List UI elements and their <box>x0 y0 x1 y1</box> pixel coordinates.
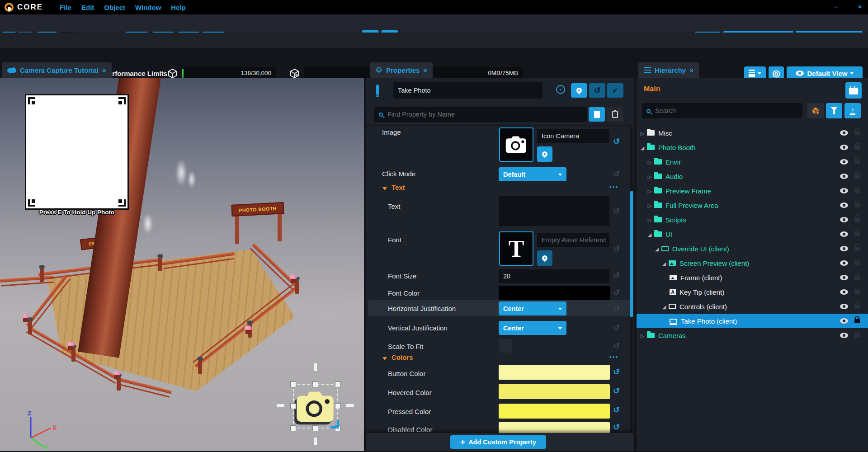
reset-text-button[interactable] <box>613 206 620 216</box>
vertical-justification-dropdown[interactable]: Center <box>499 321 566 335</box>
visibility-eye-icon[interactable] <box>840 159 848 165</box>
tree-item-ui[interactable]: UI <box>637 227 868 241</box>
click-mode-dropdown[interactable]: Default <box>499 167 566 181</box>
menu-window[interactable]: Window <box>135 4 161 11</box>
tree-item-preview-frame[interactable]: Preview Frame <box>637 184 868 198</box>
confirm-name-button[interactable] <box>607 83 623 98</box>
visibility-eye-icon[interactable] <box>840 333 848 338</box>
hierarchy-search-input[interactable] <box>655 104 798 118</box>
expand-arrow-icon[interactable] <box>646 158 653 166</box>
lock-icon[interactable] <box>854 131 860 135</box>
scale-to-fit-checkbox[interactable] <box>499 339 512 353</box>
lock-icon[interactable] <box>854 203 860 207</box>
section-collapse-arrow[interactable] <box>382 357 387 363</box>
visibility-eye-icon[interactable] <box>840 275 848 280</box>
hierarchy-tab-close[interactable]: × <box>689 66 693 74</box>
tree-item-take-photo[interactable]: Take Photo (client) <box>637 314 868 328</box>
text-value-input[interactable] <box>499 196 609 226</box>
horizontal-justification-dropdown[interactable]: Center <box>499 301 566 315</box>
reset-scale-to-fit-button[interactable] <box>613 341 620 351</box>
revert-name-button[interactable] <box>589 83 605 98</box>
hierarchy-search[interactable] <box>642 103 802 118</box>
font-color-swatch[interactable] <box>499 286 610 301</box>
expand-arrow-icon[interactable] <box>639 129 646 137</box>
section-menu-icon[interactable] <box>609 356 611 358</box>
expand-arrow-icon[interactable] <box>639 331 646 339</box>
resize-handle[interactable] <box>291 426 296 431</box>
tree-item-audio[interactable]: Audio <box>637 169 868 184</box>
lock-icon[interactable] <box>854 247 860 251</box>
tree-item-controls[interactable]: Controls (client) <box>637 299 868 314</box>
reset-font-size-button[interactable] <box>613 270 620 280</box>
tree-item-frame[interactable]: Frame (client) <box>637 270 868 285</box>
resize-handle[interactable] <box>313 426 318 431</box>
visibility-eye-icon[interactable] <box>840 318 848 324</box>
lock-icon[interactable] <box>854 218 860 222</box>
expand-arrow-icon[interactable] <box>646 187 653 195</box>
lock-icon[interactable] <box>854 319 860 323</box>
menu-edit[interactable]: Edit <box>81 4 94 11</box>
paste-properties-button[interactable] <box>607 107 623 122</box>
close-window-button[interactable]: × <box>854 3 865 10</box>
viewport-tab-close[interactable]: × <box>102 66 106 74</box>
scene-viewport[interactable]: EW PHOTO PHOTO BOOTH Press E To Hold Up … <box>0 78 364 451</box>
image-asset-field[interactable]: Icon Camera <box>537 129 609 143</box>
visibility-eye-icon[interactable] <box>840 145 848 150</box>
tree-item-cameras[interactable]: Cameras <box>637 328 868 343</box>
visibility-eye-icon[interactable] <box>840 202 848 208</box>
scene-capture-button[interactable] <box>845 82 862 99</box>
tree-item-scripts[interactable]: Scripts <box>637 212 868 227</box>
collapse-arrow-icon[interactable] <box>646 230 653 238</box>
lock-icon[interactable] <box>854 189 860 193</box>
expand-arrow-icon[interactable] <box>646 216 653 224</box>
property-search[interactable] <box>374 107 587 122</box>
pressed-color-swatch[interactable] <box>499 404 610 419</box>
lock-icon[interactable] <box>854 290 860 294</box>
export-button[interactable]: ↑ <box>844 103 861 118</box>
lock-icon[interactable] <box>854 276 860 280</box>
font-asset-field[interactable]: Empty Asset Referenc <box>537 233 609 247</box>
collapse-arrow-icon[interactable] <box>654 245 660 253</box>
reset-horizontal-justification-button[interactable] <box>613 304 620 314</box>
copy-properties-button[interactable] <box>589 107 605 122</box>
image-find-asset-button[interactable] <box>537 146 552 162</box>
visibility-eye-icon[interactable] <box>840 246 848 251</box>
resize-handle[interactable] <box>291 404 296 409</box>
visibility-eye-icon[interactable] <box>840 304 848 309</box>
reset-hovered-color-button[interactable] <box>613 386 620 396</box>
reset-click-mode-button[interactable] <box>613 169 620 179</box>
visibility-eye-icon[interactable] <box>840 260 848 266</box>
properties-tab-close[interactable]: × <box>423 66 427 74</box>
collapse-arrow-icon[interactable] <box>639 143 646 151</box>
visibility-eye-icon[interactable] <box>840 231 848 237</box>
minimize-button[interactable]: – <box>831 3 842 10</box>
lock-icon[interactable] <box>854 146 860 150</box>
hovered-color-swatch[interactable] <box>499 384 610 399</box>
asset-cube-button[interactable] <box>807 103 824 118</box>
menu-file[interactable]: File <box>60 4 71 11</box>
section-collapse-arrow[interactable] <box>382 187 387 193</box>
button-color-swatch[interactable] <box>499 365 610 380</box>
hierarchy-tab[interactable]: Hierarchy × <box>638 62 699 78</box>
filter-button[interactable] <box>826 103 842 118</box>
reset-vertical-justification-button[interactable] <box>613 323 620 333</box>
collapse-arrow-icon[interactable] <box>661 259 667 267</box>
tree-item-photo-booth[interactable]: Photo Booth <box>637 140 868 155</box>
collapse-arrow-icon[interactable] <box>661 302 667 311</box>
visibility-eye-icon[interactable] <box>840 289 848 295</box>
properties-tab[interactable]: Properties × <box>370 62 433 78</box>
menu-help[interactable]: Help <box>171 4 186 11</box>
reset-font-color-button[interactable] <box>613 287 620 297</box>
visibility-eye-icon[interactable] <box>840 174 848 179</box>
image-thumbnail[interactable] <box>499 127 533 162</box>
resize-handle[interactable] <box>335 382 340 387</box>
lock-icon[interactable] <box>854 174 860 179</box>
tree-item-envir[interactable]: Envir <box>637 155 868 169</box>
tree-item-override-ui[interactable]: Override UI (client) <box>637 241 868 256</box>
object-name-input[interactable] <box>393 82 542 99</box>
resize-handle[interactable] <box>313 382 318 387</box>
visibility-eye-icon[interactable] <box>840 217 848 222</box>
menu-object[interactable]: Object <box>104 4 125 11</box>
disabled-color-swatch[interactable] <box>499 422 610 433</box>
lock-icon[interactable] <box>854 160 860 164</box>
